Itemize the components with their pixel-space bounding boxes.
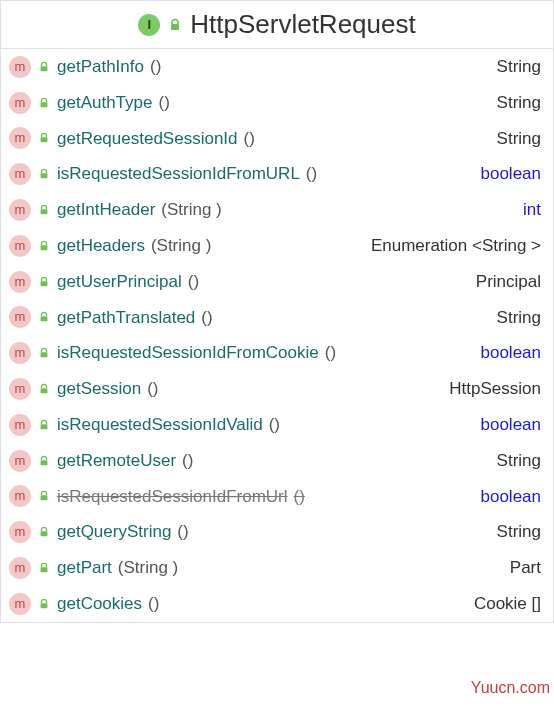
svg-rect-11 [41, 424, 48, 429]
method-params: () [158, 91, 169, 115]
method-params: (String ) [151, 234, 211, 258]
svg-rect-1 [41, 66, 48, 71]
lock-icon [37, 167, 51, 181]
method-name: isRequestedSessionIdValid [57, 413, 263, 437]
method-list: mgetPathInfo()StringmgetAuthType()String… [1, 49, 553, 622]
lock-icon [168, 18, 182, 32]
method-row[interactable]: mgetPathTranslated()String [1, 300, 553, 336]
return-type: boolean [480, 341, 541, 365]
method-params: (String ) [161, 198, 221, 222]
svg-rect-9 [41, 352, 48, 357]
method-row[interactable]: misRequestedSessionIdFromUrl()boolean [1, 479, 553, 515]
method-row[interactable]: mgetQueryString()String [1, 514, 553, 550]
method-name: getRequestedSessionId [57, 127, 238, 151]
lock-icon [37, 489, 51, 503]
method-row[interactable]: mgetSession()HttpSession [1, 371, 553, 407]
return-type: boolean [480, 413, 541, 437]
method-icon: m [9, 163, 31, 185]
method-name: getIntHeader [57, 198, 155, 222]
return-type: Cookie [] [474, 592, 541, 616]
return-type: Part [510, 556, 541, 580]
return-type: String [497, 449, 541, 473]
lock-icon [37, 525, 51, 539]
return-type: HttpSession [449, 377, 541, 401]
method-icon: m [9, 235, 31, 257]
method-icon: m [9, 557, 31, 579]
method-name: getUserPrincipal [57, 270, 182, 294]
method-row[interactable]: mgetUserPrincipal()Principal [1, 264, 553, 300]
method-name: getQueryString [57, 520, 171, 544]
svg-rect-4 [41, 173, 48, 178]
return-type: String [497, 55, 541, 79]
method-params: () [182, 449, 193, 473]
return-type: String [497, 306, 541, 330]
method-params: () [306, 162, 317, 186]
lock-icon [37, 382, 51, 396]
method-row[interactable]: mgetPart(String )Part [1, 550, 553, 586]
svg-rect-10 [41, 388, 48, 393]
method-row[interactable]: misRequestedSessionIdValid()boolean [1, 407, 553, 443]
return-type: String [497, 127, 541, 151]
svg-rect-7 [41, 281, 48, 286]
method-row[interactable]: mgetRequestedSessionId()String [1, 121, 553, 157]
svg-rect-5 [41, 209, 48, 214]
method-params: () [294, 485, 305, 509]
lock-icon [37, 96, 51, 110]
method-row[interactable]: mgetPathInfo()String [1, 49, 553, 85]
method-name: getRemoteUser [57, 449, 176, 473]
lock-icon [37, 346, 51, 360]
lock-icon [37, 310, 51, 324]
method-row[interactable]: mgetIntHeader(String )int [1, 192, 553, 228]
lock-icon [37, 597, 51, 611]
method-params: () [201, 306, 212, 330]
method-icon: m [9, 414, 31, 436]
return-type: Principal [476, 270, 541, 294]
method-icon: m [9, 199, 31, 221]
method-name: getHeaders [57, 234, 145, 258]
method-name: isRequestedSessionIdFromURL [57, 162, 300, 186]
outline-panel: I HttpServletRequest mgetPathInfo()Strin… [0, 0, 554, 623]
return-type: boolean [480, 162, 541, 186]
method-row[interactable]: mgetRemoteUser()String [1, 443, 553, 479]
method-params: () [150, 55, 161, 79]
svg-rect-6 [41, 245, 48, 250]
method-row[interactable]: misRequestedSessionIdFromCookie()boolean [1, 335, 553, 371]
method-icon: m [9, 56, 31, 78]
return-type: String [497, 520, 541, 544]
method-row[interactable]: mgetHeaders(String )Enumeration <String … [1, 228, 553, 264]
method-name: getPathTranslated [57, 306, 195, 330]
lock-icon [37, 60, 51, 74]
method-row[interactable]: misRequestedSessionIdFromURL()boolean [1, 156, 553, 192]
method-icon: m [9, 342, 31, 364]
method-icon: m [9, 306, 31, 328]
return-type: Enumeration <String > [371, 234, 541, 258]
lock-icon [37, 561, 51, 575]
method-row[interactable]: mgetAuthType()String [1, 85, 553, 121]
header: I HttpServletRequest [1, 1, 553, 49]
method-icon: m [9, 127, 31, 149]
lock-icon [37, 203, 51, 217]
method-params: () [325, 341, 336, 365]
method-row[interactable]: mgetCookies()Cookie [] [1, 586, 553, 622]
method-params: () [177, 520, 188, 544]
return-type: int [523, 198, 541, 222]
page-title: HttpServletRequest [190, 9, 415, 40]
method-icon: m [9, 450, 31, 472]
method-name: getPart [57, 556, 112, 580]
return-type: String [497, 91, 541, 115]
svg-rect-13 [41, 496, 48, 501]
method-icon: m [9, 593, 31, 615]
svg-rect-0 [171, 24, 179, 30]
method-name: getCookies [57, 592, 142, 616]
lock-icon [37, 131, 51, 145]
method-params: (String ) [118, 556, 178, 580]
method-icon: m [9, 378, 31, 400]
method-params: () [244, 127, 255, 151]
method-icon: m [9, 485, 31, 507]
method-name: getPathInfo [57, 55, 144, 79]
svg-rect-3 [41, 138, 48, 143]
lock-icon [37, 275, 51, 289]
method-name: getSession [57, 377, 141, 401]
lock-icon [37, 418, 51, 432]
svg-rect-14 [41, 531, 48, 536]
